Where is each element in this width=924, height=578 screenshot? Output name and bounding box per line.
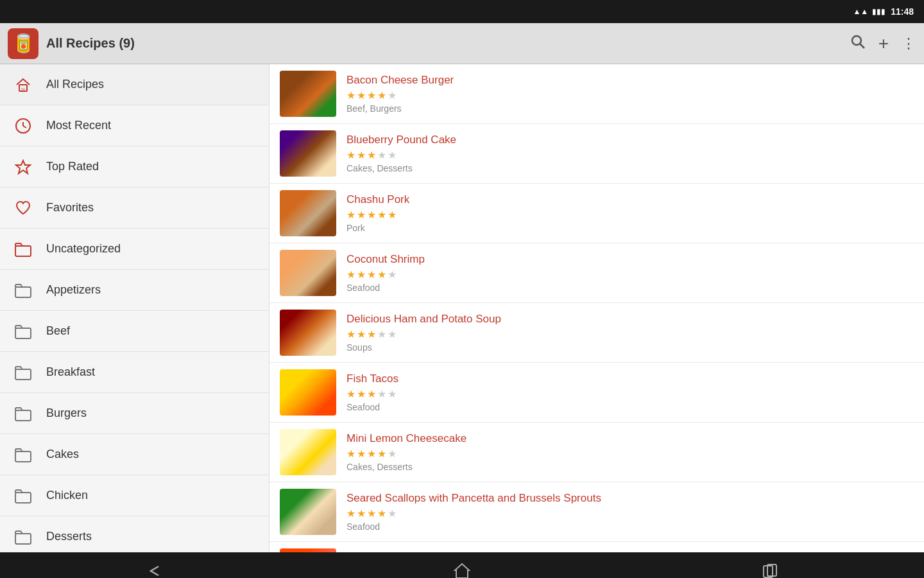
sidebar-item-most-recent[interactable]: Most Recent: [0, 105, 269, 146]
folder-cakes-icon: [13, 444, 33, 465]
star-4: ★: [377, 507, 386, 520]
wifi-icon: ▲▲: [853, 7, 868, 16]
folder-uncategorized-icon: [13, 239, 33, 259]
recipe-item-blueberry-pound-cake[interactable]: Blueberry Pound Cake ★★★★★ Cakes, Desser…: [270, 124, 924, 184]
star-3: ★: [367, 89, 376, 101]
recipe-item-fish-tacos[interactable]: Fish Tacos ★★★★★ Seafood: [270, 363, 924, 423]
recipe-item-strawberry-smoothie[interactable]: Strawberry Oatmeal Smoothie ★★★★★ Breakf…: [270, 542, 924, 552]
svg-point-0: [852, 36, 861, 45]
sidebar-label-appetizers: Appetizers: [46, 283, 101, 297]
svg-rect-14: [15, 493, 31, 503]
svg-rect-15: [15, 534, 31, 544]
svg-rect-11: [15, 369, 31, 380]
svg-rect-10: [15, 328, 31, 338]
recipe-categories: Cakes, Desserts: [346, 462, 914, 472]
sidebar-item-breakfast[interactable]: Breakfast: [0, 352, 269, 393]
recipe-info: Bacon Cheese Burger ★★★★★ Beef, Burgers: [346, 74, 914, 114]
svg-marker-7: [16, 161, 30, 173]
recipe-title: Seared Scallops with Pancetta and Brusse…: [346, 492, 914, 505]
star-5: ★: [388, 149, 397, 161]
star-5: ★: [388, 209, 397, 221]
back-nav-icon[interactable]: [144, 561, 164, 579]
star-3: ★: [367, 268, 376, 281]
star-1: ★: [346, 388, 355, 400]
star-4: ★: [377, 268, 386, 281]
svg-marker-19: [455, 564, 469, 578]
sidebar-label-beef: Beef: [46, 324, 70, 338]
recipe-thumb: [280, 429, 336, 475]
recipe-stars: ★★★★★: [346, 268, 914, 281]
recipe-thumb-image: [280, 71, 336, 117]
recipe-list: Bacon Cheese Burger ★★★★★ Beef, Burgers …: [270, 64, 924, 552]
star-3: ★: [367, 149, 376, 161]
main-content: All Recipes Most Recent Top Rated: [0, 64, 924, 552]
svg-rect-13: [15, 451, 31, 462]
sidebar-item-uncategorized[interactable]: Uncategorized: [0, 229, 269, 270]
sidebar-item-desserts[interactable]: Desserts: [0, 516, 269, 552]
recipe-thumb: [280, 190, 336, 236]
recipe-thumb: [280, 489, 336, 535]
svg-rect-3: [21, 88, 25, 91]
recipe-info: Fish Tacos ★★★★★ Seafood: [346, 372, 914, 412]
star-5: ★: [388, 328, 397, 340]
toolbar: 🥫 All Recipes (9) + ⋮: [0, 23, 924, 64]
more-icon[interactable]: ⋮: [902, 35, 916, 52]
sidebar-item-chicken[interactable]: Chicken: [0, 475, 269, 516]
recipe-title: Fish Tacos: [346, 372, 914, 385]
recipe-info: Mini Lemon Cheesecake ★★★★★ Cakes, Desse…: [346, 432, 914, 472]
clock-icon: [13, 116, 33, 136]
sidebar-item-beef[interactable]: Beef: [0, 311, 269, 352]
sidebar-item-appetizers[interactable]: Appetizers: [0, 270, 269, 311]
recipe-thumb-image: [280, 190, 336, 236]
home-icon: [13, 74, 33, 95]
recipe-item-chashu-pork[interactable]: Chashu Pork ★★★★★ Pork: [270, 184, 924, 243]
recipe-thumb: [280, 310, 336, 356]
sidebar-label-all-recipes: All Recipes: [46, 78, 104, 91]
heart-icon: [13, 198, 33, 218]
recipe-item-coconut-shrimp[interactable]: Coconut Shrimp ★★★★★ Seafood: [270, 243, 924, 303]
recipe-item-seared-scallops[interactable]: Seared Scallops with Pancetta and Brusse…: [270, 482, 924, 542]
folder-beef-icon: [13, 321, 33, 342]
sidebar-item-favorites[interactable]: Favorites: [0, 188, 269, 229]
star-icon: [13, 157, 33, 177]
recipe-thumb-image: [280, 369, 336, 416]
battery-icon: ▮▮▮: [872, 7, 886, 16]
sidebar-item-top-rated[interactable]: Top Rated: [0, 146, 269, 188]
star-3: ★: [367, 448, 376, 460]
toolbar-title: All Recipes (9): [46, 36, 850, 51]
recipe-thumb: [280, 130, 336, 177]
recents-nav-icon[interactable]: [760, 561, 780, 579]
recipe-thumb: [280, 369, 336, 416]
sidebar-label-burgers: Burgers: [46, 407, 87, 420]
recipe-info: Coconut Shrimp ★★★★★ Seafood: [346, 253, 914, 293]
sidebar-item-cakes[interactable]: Cakes: [0, 434, 269, 475]
sidebar-item-all-recipes[interactable]: All Recipes: [0, 64, 269, 105]
recipe-item-delicious-ham-potato-soup[interactable]: Delicious Ham and Potato Soup ★★★★★ Soup…: [270, 303, 924, 363]
recipe-item-bacon-cheese-burger[interactable]: Bacon Cheese Burger ★★★★★ Beef, Burgers: [270, 64, 924, 124]
star-1: ★: [346, 89, 355, 101]
home-nav-icon[interactable]: [452, 561, 472, 579]
status-bar: ▲▲ ▮▮▮ 11:48: [0, 0, 924, 23]
star-2: ★: [357, 209, 366, 221]
recipe-categories: Cakes, Desserts: [346, 163, 914, 173]
status-time: 11:48: [891, 6, 914, 17]
recipe-stars: ★★★★★: [346, 149, 914, 161]
sidebar-item-burgers[interactable]: Burgers: [0, 393, 269, 434]
recipe-categories: Soups: [346, 342, 914, 353]
sidebar-label-desserts: Desserts: [46, 530, 92, 543]
star-2: ★: [357, 268, 366, 281]
recipe-item-mini-lemon-cheesecake[interactable]: Mini Lemon Cheesecake ★★★★★ Cakes, Desse…: [270, 423, 924, 482]
recipe-title: Mini Lemon Cheesecake: [346, 432, 914, 445]
star-4: ★: [377, 388, 386, 400]
recipe-thumb-image: [280, 489, 336, 535]
recipe-info: Chashu Pork ★★★★★ Pork: [346, 193, 914, 233]
search-icon[interactable]: [850, 34, 866, 53]
recipe-title: Blueberry Pound Cake: [346, 134, 914, 146]
recipe-stars: ★★★★★: [346, 89, 914, 101]
recipe-title: Chashu Pork: [346, 193, 914, 206]
recipe-thumb-image: [280, 250, 336, 296]
recipe-categories: Seafood: [346, 402, 914, 412]
recipe-title: Bacon Cheese Burger: [346, 74, 914, 87]
add-icon[interactable]: +: [878, 33, 889, 54]
folder-burgers-icon: [13, 403, 33, 424]
